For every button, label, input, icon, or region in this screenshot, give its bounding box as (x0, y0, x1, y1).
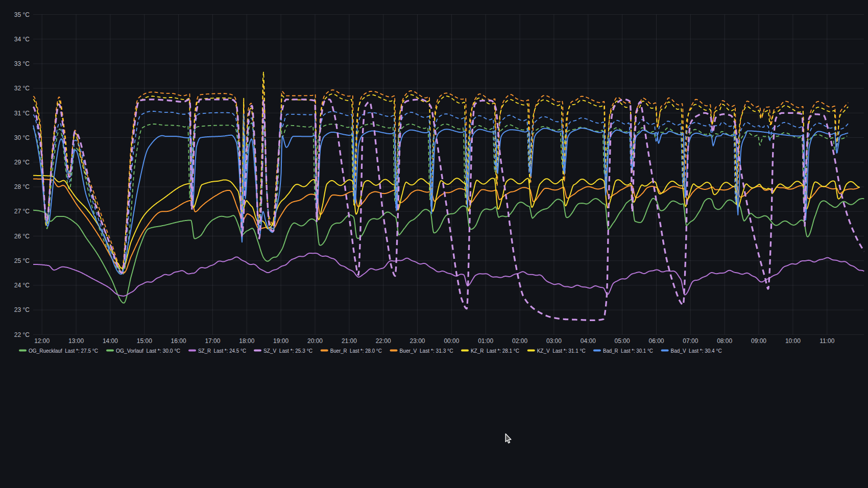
svg-text:27 °C: 27 °C (14, 208, 30, 215)
svg-text:Bad_R Last *: 30.1 °C: Bad_R Last *: 30.1 °C (603, 348, 653, 354)
svg-text:19:00: 19:00 (273, 337, 288, 345)
svg-text:OG_Ruecklauf Last *: 27.5 °C: OG_Ruecklauf Last *: 27.5 °C (29, 348, 98, 354)
svg-text:03:00: 03:00 (546, 337, 562, 345)
svg-text:30 °C: 30 °C (14, 134, 30, 141)
svg-text:07:00: 07:00 (683, 337, 698, 345)
svg-text:Bad_V Last *: 30.4 °C: Bad_V Last *: 30.4 °C (671, 348, 722, 354)
svg-text:OG_Vorlauf Last *: 30.0 °C: OG_Vorlauf Last *: 30.0 °C (116, 348, 180, 354)
svg-text:11:00: 11:00 (819, 337, 834, 345)
svg-text:32 °C: 32 °C (14, 85, 30, 92)
svg-text:06:00: 06:00 (648, 337, 664, 345)
svg-text:01:00: 01:00 (478, 337, 493, 345)
svg-text:26 °C: 26 °C (14, 233, 30, 240)
svg-text:21:00: 21:00 (342, 337, 357, 345)
svg-text:22:00: 22:00 (376, 337, 391, 345)
svg-text:Buer_R Last *: 28.0 °C: Buer_R Last *: 28.0 °C (330, 348, 382, 354)
svg-text:29 °C: 29 °C (14, 159, 30, 166)
svg-text:15:00: 15:00 (137, 337, 152, 345)
svg-text:20:00: 20:00 (307, 337, 323, 345)
svg-text:02:00: 02:00 (512, 337, 527, 345)
svg-text:33 °C: 33 °C (14, 60, 30, 67)
svg-text:12:00: 12:00 (34, 337, 50, 345)
svg-text:09:00: 09:00 (751, 337, 766, 345)
svg-text:18:00: 18:00 (239, 337, 254, 345)
svg-text:35 °C: 35 °C (14, 11, 30, 18)
svg-text:24 °C: 24 °C (14, 282, 30, 289)
svg-text:22 °C: 22 °C (14, 331, 30, 338)
svg-text:08:00: 08:00 (717, 337, 732, 345)
svg-text:KZ_R Last *: 28.1 °C: KZ_R Last *: 28.1 °C (471, 348, 519, 354)
svg-text:KZ_V Last *: 31.1 °C: KZ_V Last *: 31.1 °C (537, 348, 586, 354)
svg-text:SZ_V Last *: 25.3 °C: SZ_V Last *: 25.3 °C (263, 348, 312, 354)
svg-text:16:00: 16:00 (171, 337, 186, 345)
svg-text:05:00: 05:00 (615, 337, 630, 345)
svg-text:00:00: 00:00 (444, 337, 459, 345)
svg-text:17:00: 17:00 (205, 337, 220, 345)
svg-text:25 °C: 25 °C (14, 257, 30, 264)
svg-text:Buer_V Last *: 31.3 °C: Buer_V Last *: 31.3 °C (400, 348, 453, 354)
svg-text:23:00: 23:00 (409, 337, 425, 345)
svg-text:23 °C: 23 °C (14, 306, 30, 313)
svg-text:34 °C: 34 °C (14, 36, 30, 43)
svg-text:31 °C: 31 °C (14, 110, 30, 117)
svg-text:14:00: 14:00 (103, 337, 118, 345)
svg-text:SZ_R Last *: 24.5 °C: SZ_R Last *: 24.5 °C (198, 348, 246, 354)
svg-text:04:00: 04:00 (581, 337, 596, 345)
svg-text:13:00: 13:00 (68, 337, 84, 345)
svg-text:10:00: 10:00 (785, 337, 801, 345)
svg-text:28 °C: 28 °C (14, 183, 30, 190)
